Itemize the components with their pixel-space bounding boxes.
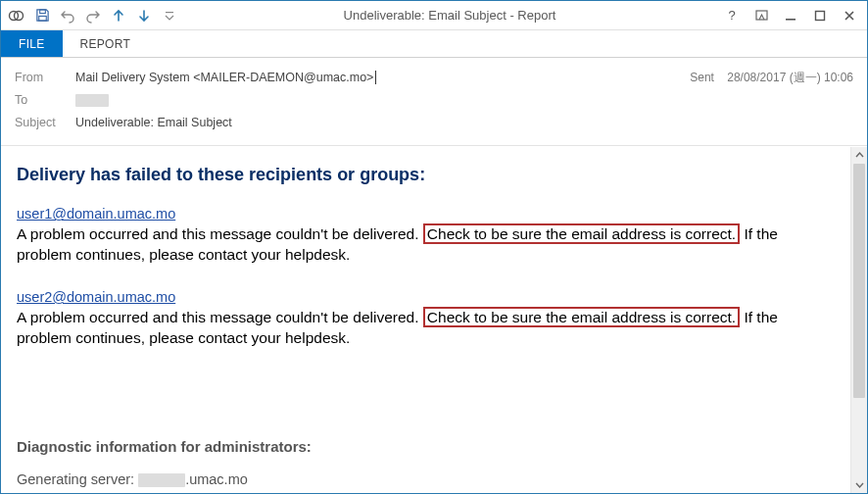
recipient-block: user2@domain.umac.mo A problem occurred … — [17, 287, 835, 349]
highlighted-advice: Check to be sure the email address is co… — [423, 307, 740, 327]
message-header: From Mail Delivery System <MAILER-DAEMON… — [1, 58, 867, 146]
generating-server-line: Generating server: .umac.mo — [17, 470, 835, 490]
ribbon-tabs: FILE REPORT — [1, 30, 867, 58]
tab-file[interactable]: FILE — [1, 30, 63, 57]
delivery-failed-heading: Delivery has failed to these recipients … — [17, 163, 835, 186]
recipient-msg: A problem occurred and this message coul… — [17, 223, 778, 263]
qat-customize-icon[interactable] — [158, 4, 181, 27]
vertical-scrollbar[interactable] — [850, 147, 867, 493]
svg-rect-7 — [816, 11, 825, 20]
message-window: Undeliverable: Email Subject - Report ? … — [0, 0, 868, 494]
ribbon-display-icon[interactable] — [747, 4, 775, 27]
scroll-down-icon[interactable] — [851, 476, 867, 493]
app-icon[interactable] — [5, 4, 28, 27]
subject-label: Subject — [15, 116, 75, 129]
to-value — [75, 93, 853, 107]
sent-meta: Sent 28/08/2017 (週一) 10:06 — [690, 70, 853, 86]
next-item-icon[interactable] — [132, 4, 156, 27]
scroll-track[interactable] — [851, 164, 867, 476]
recipient-email-link[interactable]: user2@domain.umac.mo — [17, 289, 175, 305]
recipient-block: user1@domain.umac.mo A problem occurred … — [17, 204, 835, 266]
undo-icon[interactable] — [56, 4, 79, 27]
to-label: To — [15, 93, 75, 107]
quick-access-toolbar — [5, 4, 181, 27]
diagnostic-heading: Diagnostic information for administrator… — [17, 437, 835, 457]
recipient-msg: A problem occurred and this message coul… — [17, 307, 778, 346]
window-title: Undeliverable: Email Subject - Report — [181, 8, 718, 23]
scroll-thumb[interactable] — [853, 164, 865, 398]
prev-item-icon[interactable] — [107, 4, 130, 27]
minimize-icon[interactable] — [777, 4, 804, 27]
message-body: Delivery has failed to these recipients … — [1, 147, 850, 493]
svg-rect-6 — [786, 19, 796, 21]
title-bar: Undeliverable: Email Subject - Report ? — [1, 1, 867, 30]
save-icon[interactable] — [30, 4, 54, 27]
close-icon[interactable] — [836, 4, 863, 27]
tab-report[interactable]: REPORT — [63, 30, 149, 57]
maximize-icon[interactable] — [806, 4, 834, 27]
help-icon[interactable]: ? — [718, 4, 746, 27]
svg-rect-3 — [38, 16, 46, 21]
from-value: Mail Delivery System <MAILER-DAEMON@umac… — [75, 71, 690, 85]
from-label: From — [15, 71, 75, 84]
subject-value: Undeliverable: Email Subject — [75, 116, 853, 129]
svg-rect-4 — [166, 12, 173, 13]
message-body-container: Delivery has failed to these recipients … — [1, 146, 867, 493]
svg-rect-2 — [39, 10, 45, 14]
redacted-recipient — [75, 94, 109, 107]
highlighted-advice: Check to be sure the email address is co… — [423, 223, 740, 244]
sent-label: Sent — [690, 71, 714, 84]
recipient-email-link[interactable]: user1@domain.umac.mo — [17, 206, 175, 222]
redacted-server — [138, 473, 185, 487]
redo-icon[interactable] — [81, 4, 105, 27]
window-controls: ? — [718, 4, 863, 27]
text-cursor — [375, 71, 376, 84]
sent-value: 28/08/2017 (週一) 10:06 — [727, 71, 853, 84]
scroll-up-icon[interactable] — [851, 147, 867, 164]
